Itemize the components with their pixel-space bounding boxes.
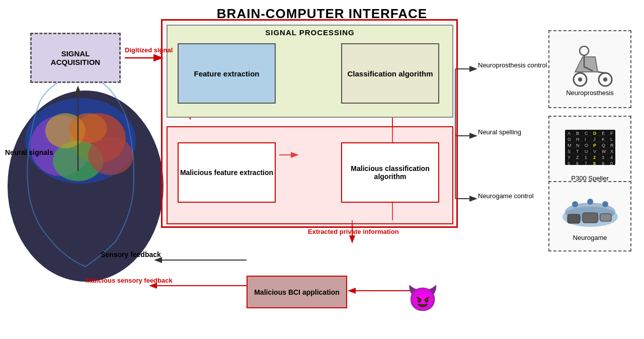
malicious-bci-label: Malicious BCI application xyxy=(254,288,340,296)
signal-processing-inner: SIGNAL PROCESSING Feature extraction Cla… xyxy=(167,25,453,118)
classification-algorithm-box: Classification algorithm xyxy=(341,43,439,104)
svg-text:Q: Q xyxy=(602,143,605,148)
svg-text:I: I xyxy=(585,137,586,142)
svg-point-5 xyxy=(88,137,133,175)
neurogame-control-label: Neurogame control xyxy=(478,192,534,200)
svg-text:J: J xyxy=(593,137,596,142)
svg-text:K: K xyxy=(602,137,605,142)
svg-rect-79 xyxy=(568,214,580,223)
svg-point-3 xyxy=(70,113,126,163)
svg-text:2: 2 xyxy=(593,155,596,160)
neuroprosthesis-output-label: Neuroprosthesis xyxy=(566,89,614,97)
svg-text:W: W xyxy=(602,149,606,154)
svg-point-2 xyxy=(30,116,91,176)
digitized-signal-label: Digitized signal xyxy=(125,46,173,54)
svg-text:7: 7 xyxy=(585,161,587,166)
neuroprosthesis-output-box: Neuroprosthesis xyxy=(548,30,631,108)
sensory-feedback-label: Sensory feedback xyxy=(101,250,161,259)
svg-text:9: 9 xyxy=(602,161,604,166)
svg-point-27 xyxy=(603,77,607,81)
svg-text:P: P xyxy=(593,143,596,148)
svg-text:G: G xyxy=(568,137,571,142)
signal-processing-outer: SIGNAL PROCESSING Feature extraction Cla… xyxy=(161,19,458,228)
svg-text:V: V xyxy=(593,149,596,154)
svg-rect-80 xyxy=(583,213,598,223)
svg-text:4: 4 xyxy=(610,155,613,160)
feature-extraction-box: Feature extraction xyxy=(178,43,276,104)
svg-text:O: O xyxy=(585,143,588,148)
svg-text:5: 5 xyxy=(568,161,570,166)
neurogame-output-label: Neurogame xyxy=(573,234,607,241)
svg-text:R: R xyxy=(610,143,614,148)
svg-point-84 xyxy=(602,201,608,207)
neural-spelling-label: Neural spelling xyxy=(478,128,521,136)
malicious-outer-box: Malicious feature extraction Malicious c… xyxy=(167,126,453,224)
svg-text:M: M xyxy=(568,143,572,148)
malicious-classification-label: Malicious classification algorithm xyxy=(342,164,438,181)
malicious-feature-extraction-box: Malicious feature extraction xyxy=(178,142,276,203)
svg-point-83 xyxy=(587,199,593,205)
svg-text:H: H xyxy=(576,137,580,142)
svg-point-82 xyxy=(572,201,578,207)
neurogame-output-box: Neurogame xyxy=(548,181,631,251)
svg-text:C: C xyxy=(585,131,588,136)
neuroprosthesis-control-label: Neuroprosthesis control xyxy=(478,61,547,69)
svg-text:3: 3 xyxy=(602,155,604,160)
signal-processing-title: SIGNAL PROCESSING xyxy=(168,26,452,39)
svg-text:N: N xyxy=(576,143,580,148)
svg-point-26 xyxy=(578,77,582,81)
main-title: BRAIN-COMPUTER INTERFACE xyxy=(0,0,644,22)
svg-text:L: L xyxy=(610,137,613,142)
classification-algorithm-label: Classification algorithm xyxy=(347,69,433,78)
svg-point-4 xyxy=(53,141,103,181)
malicious-classification-box: Malicious classification algorithm xyxy=(341,142,439,203)
svg-text:U: U xyxy=(585,149,588,154)
malicious-bci-box: Malicious BCI application xyxy=(247,276,347,308)
svg-text:6: 6 xyxy=(576,161,579,166)
svg-point-7 xyxy=(69,113,107,143)
svg-text:E: E xyxy=(602,131,605,136)
svg-text:S: S xyxy=(568,149,571,154)
feature-extraction-label: Feature extraction xyxy=(194,69,259,78)
malicious-sensory-feedback-label: Malicious sensory feedback xyxy=(86,277,173,284)
svg-point-28 xyxy=(580,46,589,55)
extracted-private-label: Extracted private information xyxy=(308,228,399,235)
svg-text:😈: 😈 xyxy=(407,283,439,313)
neural-signals-label: Neural signals xyxy=(5,148,53,156)
svg-text:Z: Z xyxy=(576,155,579,160)
svg-text:D: D xyxy=(593,131,597,136)
signal-acquisition-box: SIGNAL ACQUISITION xyxy=(30,33,121,83)
svg-text:F: F xyxy=(610,131,613,136)
svg-rect-81 xyxy=(600,214,611,221)
malicious-feature-extraction-label: Malicious feature extraction xyxy=(180,168,273,177)
svg-text:X: X xyxy=(610,149,613,154)
svg-text:A: A xyxy=(568,131,571,136)
signal-acquisition-label: SIGNAL ACQUISITION xyxy=(51,49,100,66)
svg-text:1: 1 xyxy=(585,155,587,160)
svg-line-29 xyxy=(598,72,605,73)
svg-point-1 xyxy=(25,98,136,184)
svg-text:B: B xyxy=(576,131,579,136)
svg-text:8: 8 xyxy=(593,161,596,166)
svg-text:0: 0 xyxy=(610,161,613,166)
svg-text:Y: Y xyxy=(568,155,571,160)
svg-point-6 xyxy=(45,113,86,148)
svg-text:T: T xyxy=(576,149,579,154)
